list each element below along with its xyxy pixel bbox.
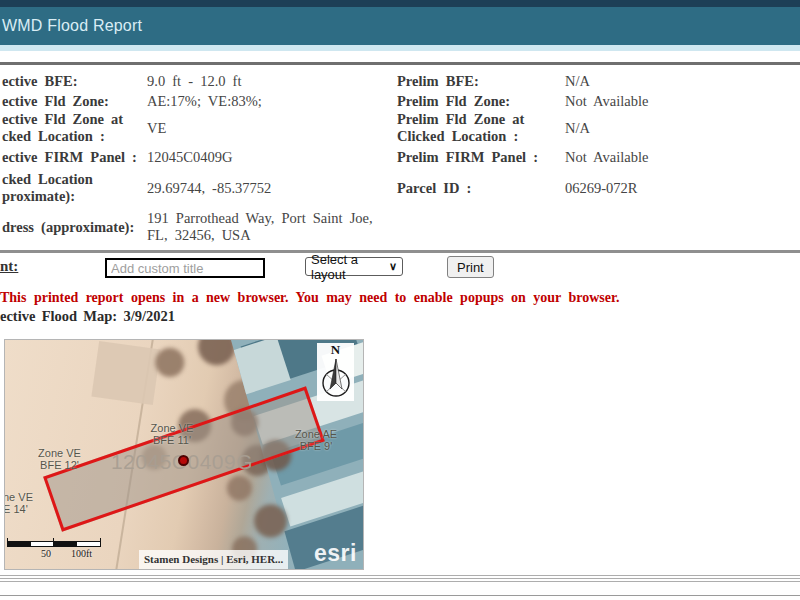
effective-fld-zone-clicked-value: VE <box>147 120 397 137</box>
header-accent-strip <box>0 45 800 51</box>
prelim-firm-panel-value: Not Available <box>565 149 800 166</box>
address-value: 191 Parrothead Way, Port Saint Joe, FL, … <box>147 210 397 244</box>
text-line: Zone VE <box>27 448 92 460</box>
text-line: Clicked Location : <box>397 128 565 145</box>
scale-bar: 50 100ft <box>7 539 107 561</box>
scale-tick <box>100 538 101 547</box>
flood-data-table: ective BFE: 9.0 ft - 12.0 ft Prelim BFE:… <box>0 62 800 253</box>
custom-title-input[interactable] <box>105 258 265 278</box>
zone-label-ve-14: ne VE E 14' <box>4 492 43 515</box>
effective-fld-zone-clicked-label: ective Fld Zone at cked Location : <box>2 111 147 145</box>
text-line: BFE 12' <box>27 460 92 472</box>
effective-flood-map-date: ective Flood Map: 3/9/2021 <box>0 308 175 325</box>
prelim-fld-zone-value: Not Available <box>565 93 800 110</box>
text-line: FL, 32456, USA <box>147 227 397 244</box>
parcel-id-label: Parcel ID : <box>397 180 565 197</box>
effective-firm-panel-value: 12045C0409G <box>147 149 397 166</box>
north-arrow-icon: N <box>317 343 354 401</box>
zone-label-ae-9: Zone AE BFE 9' <box>284 429 348 452</box>
effective-fld-zone-label: ective Fld Zone: <box>2 93 147 110</box>
effective-bfe-label: ective BFE: <box>2 73 147 90</box>
north-label: N <box>317 343 354 357</box>
text-line: BFE 9' <box>284 441 348 453</box>
parcel-id-value: 06269-072R <box>565 180 800 197</box>
clicked-location-label: cked Location proximate): <box>2 171 147 205</box>
text-line: E 14' <box>4 504 43 516</box>
zone-label-ve-12: Zone VE BFE 12' <box>27 448 92 471</box>
divider-line <box>0 575 800 576</box>
text-line: ne VE <box>4 492 43 504</box>
text-line: cked Location : <box>2 128 147 145</box>
layout-select[interactable]: Select a layout ∨ <box>305 257 403 276</box>
prelim-fld-zone-label: Prelim Fld Zone: <box>397 93 565 110</box>
scale-end-label: 100ft <box>71 548 92 559</box>
flood-map[interactable]: 12045C0409G Zone VE BFE 11' Zone AE BFE … <box>4 339 364 570</box>
scale-tick <box>7 538 8 547</box>
text-line: Zone VE <box>137 423 207 435</box>
scale-bar-segments <box>7 541 101 547</box>
text-line: Prelim Fld Zone at <box>397 111 565 128</box>
compass-rose-icon <box>319 357 353 399</box>
divider-line <box>0 578 800 579</box>
address-label: dress (approximate): <box>2 219 147 236</box>
zone-label-ve-11: Zone VE BFE 11' <box>137 423 207 446</box>
prelim-firm-panel-label: Prelim FIRM Panel : <box>397 149 565 166</box>
text-line: ective Fld Zone at <box>2 111 147 128</box>
divider-line <box>0 581 800 582</box>
print-label: nt: <box>0 258 18 275</box>
app-header: WMD Flood Report <box>0 7 800 45</box>
prelim-bfe-label: Prelim BFE: <box>397 73 565 90</box>
effective-bfe-value: 9.0 ft - 12.0 ft <box>147 73 397 90</box>
clicked-location-value: 29.69744, -85.37752 <box>147 180 397 197</box>
text-line: BFE 11' <box>137 435 207 447</box>
print-button[interactable]: Print <box>447 256 494 278</box>
popup-warning-text: This printed report opens in a new brows… <box>0 290 720 306</box>
top-navy-strip <box>0 0 800 7</box>
print-controls-row: nt: Select a layout ∨ Print <box>0 256 800 282</box>
text-line: cked Location <box>2 171 147 188</box>
chevron-down-icon: ∨ <box>389 260 397 273</box>
text-line: proximate): <box>2 188 147 205</box>
prelim-bfe-value: N/A <box>565 73 800 90</box>
location-marker-dot <box>178 455 189 466</box>
prelim-fld-zone-clicked-value: N/A <box>565 120 800 137</box>
esri-logo: esri <box>314 540 357 567</box>
prelim-fld-zone-clicked-label: Prelim Fld Zone at Clicked Location : <box>397 111 565 145</box>
scale-mid-label: 50 <box>41 548 51 559</box>
divider-line <box>0 595 800 596</box>
map-attribution: Stamen Designs | Esri, HER... <box>139 550 288 570</box>
flood-report-page: WMD Flood Report ective BFE: 9.0 ft - 12… <box>0 0 800 600</box>
effective-firm-panel-label: ective FIRM Panel : <box>2 149 147 166</box>
text-line: Zone AE <box>284 429 348 441</box>
effective-fld-zone-value: AE:17%; VE:83%; <box>147 93 397 110</box>
layout-select-value: Select a layout <box>311 252 389 282</box>
text-line: 191 Parrothead Way, Port Saint Joe, <box>147 210 397 227</box>
scale-tick <box>53 538 54 547</box>
page-title: WMD Flood Report <box>0 17 142 35</box>
